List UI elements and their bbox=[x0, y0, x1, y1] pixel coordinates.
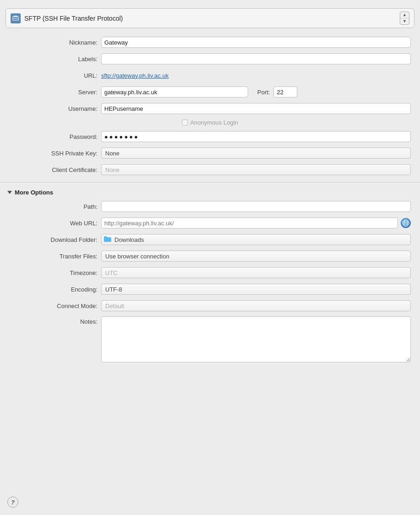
anonymous-row: Anonymous Login bbox=[9, 119, 411, 126]
url-row: URL: sftp://gateway.ph.liv.ac.uk bbox=[9, 69, 411, 81]
username-input[interactable] bbox=[101, 103, 411, 114]
web-url-row: Web URL: bbox=[9, 217, 411, 229]
port-label: Port: bbox=[248, 89, 273, 96]
web-url-control bbox=[101, 217, 411, 229]
notes-control bbox=[101, 316, 411, 362]
form-section: Nickname: Labels: URL: sftp://gateway.ph… bbox=[0, 36, 420, 176]
web-url-input[interactable] bbox=[101, 217, 398, 229]
server-row: Server: Port: bbox=[9, 86, 411, 98]
username-label: Username: bbox=[9, 105, 101, 112]
path-control bbox=[101, 201, 411, 212]
transfer-files-label: Transfer Files: bbox=[9, 253, 101, 260]
timezone-label: Timezone: bbox=[9, 269, 101, 276]
ssh-key-label: SSH Private Key: bbox=[9, 150, 101, 157]
notes-row: Notes: bbox=[9, 316, 411, 362]
nickname-row: Nickname: bbox=[9, 36, 411, 48]
protocol-stepper-up[interactable]: ▲ bbox=[400, 12, 409, 18]
main-window: SFTP (SSH File Transfer Protocol) ▲ ▼ Ni… bbox=[0, 0, 420, 515]
encoding-select[interactable]: UTF-8 bbox=[101, 284, 411, 295]
server-control: Port: bbox=[101, 86, 411, 97]
encoding-wrapper: UTF-8 bbox=[101, 284, 411, 295]
timezone-control: UTC bbox=[101, 267, 411, 278]
password-row: Password: bbox=[9, 131, 411, 143]
download-folder-row: Download Folder: Downloads bbox=[9, 234, 411, 246]
download-folder-control: Downloads bbox=[101, 234, 411, 245]
protocol-bar[interactable]: SFTP (SSH File Transfer Protocol) ▲ ▼ bbox=[6, 8, 414, 28]
more-options-section: Path: Web URL: bbox=[0, 200, 420, 362]
path-row: Path: bbox=[9, 200, 411, 212]
notes-label: Notes: bbox=[9, 316, 101, 325]
client-cert-label: Client Certificate: bbox=[9, 166, 101, 173]
server-input[interactable] bbox=[101, 86, 248, 97]
notes-textarea[interactable] bbox=[101, 316, 411, 362]
protocol-icon bbox=[11, 13, 21, 23]
help-button[interactable]: ? bbox=[7, 497, 18, 508]
username-control bbox=[101, 103, 411, 114]
collapse-triangle-icon bbox=[7, 191, 12, 194]
protocol-stepper-down[interactable]: ▼ bbox=[400, 18, 409, 24]
transfer-files-wrapper: Use browser connection bbox=[101, 251, 411, 262]
labels-input[interactable] bbox=[101, 53, 411, 64]
download-folder-wrapper: Downloads bbox=[101, 234, 411, 245]
nickname-control bbox=[101, 37, 411, 48]
ssh-key-row: SSH Private Key: None bbox=[9, 147, 411, 159]
timezone-row: Timezone: UTC bbox=[9, 267, 411, 279]
labels-control bbox=[101, 53, 411, 64]
url-link[interactable]: sftp://gateway.ph.liv.ac.uk bbox=[101, 72, 169, 79]
section-divider bbox=[0, 182, 420, 183]
svg-rect-1 bbox=[14, 16, 17, 17]
ssh-key-control: None bbox=[101, 148, 411, 159]
anonymous-checkbox[interactable] bbox=[182, 120, 188, 126]
client-cert-select[interactable]: None bbox=[101, 164, 411, 175]
transfer-files-row: Transfer Files: Use browser connection bbox=[9, 250, 411, 262]
protocol-bar-left: SFTP (SSH File Transfer Protocol) bbox=[11, 13, 123, 23]
transfer-files-select[interactable]: Use browser connection bbox=[101, 251, 411, 262]
web-url-label: Web URL: bbox=[9, 220, 101, 227]
timezone-wrapper: UTC bbox=[101, 267, 411, 278]
client-cert-row: Client Certificate: None bbox=[9, 164, 411, 176]
encoding-row: Encoding: UTF-8 bbox=[9, 283, 411, 295]
username-row: Username: bbox=[9, 103, 411, 114]
labels-row: Labels: bbox=[9, 53, 411, 65]
connect-mode-select[interactable]: Default bbox=[101, 300, 411, 311]
nickname-label: Nickname: bbox=[9, 39, 101, 46]
protocol-label: SFTP (SSH File Transfer Protocol) bbox=[24, 15, 123, 22]
transfer-files-control: Use browser connection bbox=[101, 251, 411, 262]
connect-mode-label: Connect Mode: bbox=[9, 303, 101, 309]
nickname-input[interactable] bbox=[101, 37, 411, 48]
web-url-wrapper bbox=[101, 217, 411, 229]
client-cert-wrapper: None bbox=[101, 164, 411, 175]
more-options-header[interactable]: More Options bbox=[0, 187, 420, 200]
timezone-select[interactable]: UTC bbox=[101, 267, 411, 278]
connect-mode-wrapper: Default bbox=[101, 300, 411, 311]
encoding-label: Encoding: bbox=[9, 286, 101, 293]
protocol-stepper[interactable]: ▲ ▼ bbox=[400, 11, 409, 25]
encoding-control: UTF-8 bbox=[101, 284, 411, 295]
ssh-key-select[interactable]: None bbox=[101, 148, 411, 159]
ssh-key-wrapper: None bbox=[101, 148, 411, 159]
url-control: sftp://gateway.ph.liv.ac.uk bbox=[101, 72, 411, 79]
connect-mode-row: Connect Mode: Default bbox=[9, 300, 411, 312]
anonymous-label: Anonymous Login bbox=[190, 119, 238, 126]
client-cert-control: None bbox=[101, 164, 411, 175]
download-folder-label: Download Folder: bbox=[9, 236, 101, 243]
connect-mode-control: Default bbox=[101, 300, 411, 311]
server-label: Server: bbox=[9, 89, 101, 96]
password-label: Password: bbox=[9, 133, 101, 140]
download-folder-select[interactable]: Downloads bbox=[101, 234, 411, 245]
globe-icon bbox=[401, 218, 411, 228]
path-input[interactable] bbox=[101, 201, 411, 212]
password-control bbox=[101, 131, 411, 142]
url-label: URL: bbox=[9, 72, 101, 79]
path-label: Path: bbox=[9, 203, 101, 210]
password-input[interactable] bbox=[101, 131, 411, 142]
more-options-title: More Options bbox=[15, 189, 53, 196]
labels-label: Labels: bbox=[9, 56, 101, 63]
port-input[interactable] bbox=[273, 86, 297, 97]
server-port-row: Port: bbox=[101, 86, 411, 97]
